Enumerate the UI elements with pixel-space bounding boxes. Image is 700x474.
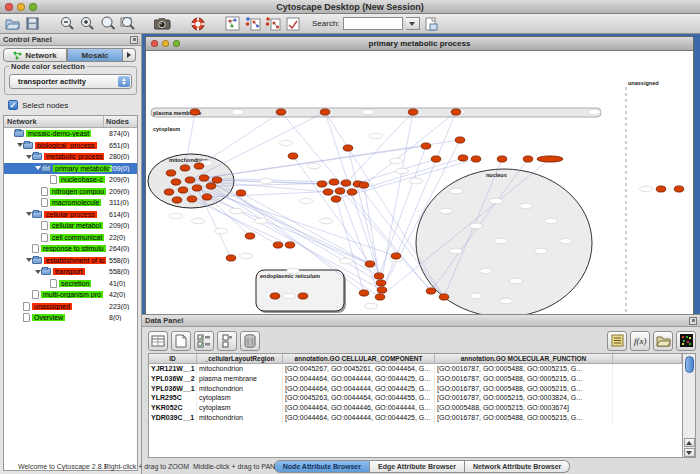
tree-col-network[interactable]: Network	[4, 116, 104, 127]
expand-triangle-icon[interactable]	[25, 212, 32, 216]
tree-row[interactable]: nucleobase-c209(0)	[4, 174, 137, 186]
search-dropdown-button[interactable]	[406, 17, 420, 30]
tree-row[interactable]: transport558(0)	[4, 266, 137, 278]
graph-node[interactable]	[439, 294, 449, 300]
zoom-fit-button[interactable]	[119, 15, 136, 32]
table-row[interactable]: YKR052Ccytoplasm[GO:0044464, GO:0044446,…	[149, 403, 682, 413]
tree-item-label[interactable]: unassigned	[32, 303, 72, 310]
tree-item-label[interactable]: secretion	[59, 280, 91, 287]
graph-node[interactable]	[335, 188, 345, 194]
help-button[interactable]	[189, 15, 206, 32]
select-attributes-button[interactable]	[194, 331, 214, 351]
snapshot-button[interactable]	[154, 15, 171, 32]
table-cell[interactable]: [GO:0005488, GO:0005215, GO:0003674]	[435, 403, 613, 413]
tree-row[interactable]: Overview8(0)	[4, 312, 137, 324]
table-cell[interactable]: [GO:0016787, GO:0005488, GO:0005215, G..…	[435, 384, 613, 394]
table-row[interactable]: YPL036W__1mitochondrion[GO:0044464, GO:0…	[149, 384, 682, 394]
open-button[interactable]	[4, 15, 21, 32]
column-header[interactable]: _cellularLayoutRegion	[197, 354, 283, 363]
tree-row[interactable]: primary metabolic209(0)	[4, 163, 137, 175]
graph-node[interactable]	[236, 190, 246, 196]
network-graph[interactable]: plasma membranecytoplasmunassignednucleu…	[146, 51, 693, 329]
tree-row[interactable]: unassigned223(0)	[4, 301, 137, 313]
delete-attribute-button[interactable]	[240, 331, 260, 351]
table-cell[interactable]: [GO:0044464, GO:0044444, GO:0044425, G..…	[283, 384, 435, 394]
table-cell[interactable]: [GO:0045267, GO:0045261, GO:0044464, G..…	[283, 364, 435, 374]
region-plasma-membrane[interactable]	[151, 108, 601, 117]
graph-node[interactable]	[171, 179, 181, 185]
expand-triangle-icon[interactable]	[25, 155, 32, 159]
graph-node[interactable]	[273, 242, 283, 248]
tree-item-label[interactable]: multi-organism pro	[41, 291, 103, 298]
table-row[interactable]: YPL036W__2plasma membrane[GO:0044464, GO…	[149, 374, 682, 384]
graph-node[interactable]	[202, 194, 212, 200]
expand-triangle-icon[interactable]	[34, 270, 41, 274]
table-cell[interactable]: YPL036W__1	[149, 384, 197, 394]
graph-node[interactable]	[458, 155, 468, 161]
tree-item-label[interactable]: nitrogen compou	[50, 188, 106, 195]
table-cell[interactable]: [GO:0016787, GO:0005488, GO:0005215, G..…	[435, 374, 613, 384]
graph-edge[interactable]	[328, 159, 436, 192]
tree-row[interactable]: nitrogen compou209(0)	[4, 186, 137, 198]
graph-node[interactable]	[426, 288, 436, 294]
column-header[interactable]: annotation.GO MOLECULAR_FUNCTION	[435, 354, 613, 363]
graph-node[interactable]	[178, 187, 188, 193]
graph-node[interactable]	[421, 143, 431, 149]
table-cell[interactable]: [GO:0016787, GO:0005488, GO:0005215, G..…	[435, 413, 613, 423]
layout-edges-button[interactable]	[264, 15, 281, 32]
scroll-up-button[interactable]	[684, 438, 695, 447]
expand-triangle-icon[interactable]	[25, 258, 32, 262]
graph-node[interactable]	[343, 145, 353, 151]
zoom-selected-button[interactable]	[99, 15, 116, 32]
graph-node[interactable]	[317, 181, 327, 187]
attribute-table-header[interactable]: ID_cellularLayoutRegionannotation.GO CEL…	[149, 354, 682, 364]
table-cell[interactable]: mitochondrion	[197, 384, 283, 394]
graph-edge[interactable]	[293, 156, 379, 276]
graph-node[interactable]	[374, 273, 384, 279]
scrollbar-thumb[interactable]	[685, 356, 694, 373]
graph-node[interactable]	[391, 253, 401, 259]
tab-network[interactable]: Network	[3, 48, 67, 62]
table-cell[interactable]: [GO:0045263, GO:0044464, GO:0044455, G..…	[283, 393, 435, 403]
graph-node[interactable]	[408, 109, 418, 115]
graph-node[interactable]	[226, 255, 236, 261]
attribute-selector-button[interactable]	[148, 331, 168, 351]
function-builder-button[interactable]: f(x)	[630, 331, 650, 351]
table-cell[interactable]: cytoplasm	[197, 403, 283, 413]
graph-node[interactable]	[190, 109, 200, 115]
expand-triangle-icon[interactable]	[34, 166, 41, 170]
tree-row[interactable]: multi-organism pro42(0)	[4, 289, 137, 301]
tree-row[interactable]: macromolecule311(0)	[4, 197, 137, 209]
network-view-titlebar[interactable]: primary metabolic process	[146, 37, 693, 51]
tab-overflow-button[interactable]	[123, 48, 136, 62]
tree-row[interactable]: response to stimulu264(0)	[4, 243, 137, 255]
table-cell[interactable]: YKR052C	[149, 403, 197, 413]
tree-row[interactable]: mosaic-demo-yeast874(0)	[4, 128, 137, 140]
table-cell[interactable]: plasma membrane	[197, 374, 283, 384]
graph-edge[interactable]	[199, 112, 281, 166]
graph-node[interactable]	[656, 186, 666, 192]
attribute-list-button[interactable]	[607, 331, 627, 351]
graph-node[interactable]	[523, 156, 533, 162]
graph-node[interactable]	[298, 293, 308, 299]
graph-node[interactable]	[320, 109, 330, 115]
unselect-attributes-button[interactable]	[217, 331, 237, 351]
graph-node[interactable]	[347, 189, 357, 195]
graph-node[interactable]	[245, 233, 255, 239]
zoom-out-button[interactable]	[59, 15, 76, 32]
tree-item-label[interactable]: primary metabolic	[53, 165, 112, 172]
table-cell[interactable]: mitochondrion	[197, 364, 283, 374]
select-nodes-checkbox[interactable]: ✓	[8, 100, 18, 110]
graph-node[interactable]	[674, 186, 684, 192]
table-cell[interactable]: mitochondrion	[197, 413, 283, 423]
column-header[interactable]: annotation.GO CELLULAR_COMPONENT	[283, 354, 435, 363]
tree-row[interactable]: cell communicat22(0)	[4, 232, 137, 244]
graph-node[interactable]	[365, 261, 375, 267]
scroll-down-button[interactable]	[684, 448, 695, 457]
table-cell[interactable]: [GO:0044464, GO:0044446, GO:0044444, G..…	[283, 403, 435, 413]
tree-item-label[interactable]: nucleobase-c	[59, 176, 105, 183]
graph-node[interactable]	[164, 189, 174, 195]
float-panel-icon[interactable]	[689, 317, 697, 325]
table-cell[interactable]: [GO:0044464, GO:0044444, GO:0044425, G..…	[283, 374, 435, 384]
graph-node[interactable]	[376, 280, 386, 286]
